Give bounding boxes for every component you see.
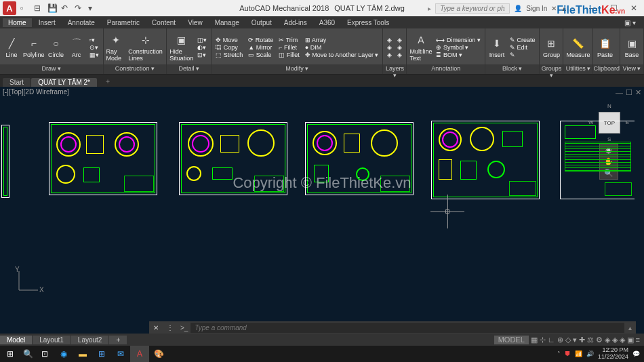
status-ortho-icon[interactable]: ∟ — [548, 336, 555, 344]
panel-block-label[interactable]: Block ▾ — [485, 64, 540, 74]
block-create[interactable]: ✎ Create — [508, 37, 537, 43]
tab-addins[interactable]: Add-ins — [279, 18, 313, 27]
vp-max-icon[interactable]: ☐ — [626, 88, 632, 97]
taskbar-store-icon[interactable]: ⊞ — [92, 346, 111, 362]
layer-icon1[interactable]: ◈ — [386, 37, 393, 43]
status-grid-icon[interactable]: ▦ — [531, 336, 538, 344]
status-extra3[interactable]: ◈ — [620, 336, 625, 344]
tray-notifications-icon[interactable]: 💬 — [632, 350, 640, 357]
tab-annotate[interactable]: Annotate — [62, 18, 100, 27]
block-edit[interactable]: ✎ Edit — [508, 44, 537, 51]
status-anno-icon[interactable]: ✚ — [579, 336, 585, 344]
circle-tool[interactable]: ○Circle — [47, 36, 65, 58]
insert-tool[interactable]: ⬇Insert — [488, 36, 506, 58]
cmdline-handle-icon[interactable]: ⋮ — [163, 324, 178, 331]
line-tool[interactable]: ╱Line — [3, 36, 20, 58]
tab-content[interactable]: Content — [146, 18, 181, 27]
drawing-canvas[interactable]: [-][Top][2D Wireframe] — ☐ ✕ N S E W TOP… — [0, 87, 644, 334]
draw-extra3[interactable]: ▦▾ — [88, 52, 100, 58]
mirror-tool[interactable]: ▲ Mirror — [247, 44, 275, 51]
layer-icon2[interactable]: ◈ — [386, 44, 393, 51]
tab-home[interactable]: Home — [3, 18, 32, 27]
tab-parametric[interactable]: Parametric — [102, 18, 145, 27]
scale-tool[interactable]: ▭ Scale — [247, 52, 275, 58]
qat-new-icon[interactable]: ▫ — [20, 3, 30, 13]
tray-clock[interactable]: 12:20 PM 11/22/2024 — [598, 347, 628, 361]
tab-insert[interactable]: Insert — [33, 18, 61, 27]
new-tab-button[interactable]: ＋ — [98, 76, 118, 87]
panel-view-label[interactable]: View ▾ — [620, 64, 643, 74]
cmdline-expand-icon[interactable]: ▴ — [624, 324, 636, 331]
signin-label[interactable]: Sign In — [526, 5, 547, 12]
layer-icon5[interactable]: ◈ — [396, 44, 403, 51]
status-osnap-icon[interactable]: ◇ — [565, 336, 571, 344]
detail-extra3[interactable]: ⊡▾ — [196, 52, 208, 58]
block-extra[interactable]: ✎ — [508, 52, 537, 58]
qat-redo-icon[interactable]: ↷ — [75, 3, 84, 13]
layout2-tab[interactable]: Layout2 — [71, 336, 109, 344]
detail-extra2[interactable]: ◐▾ — [196, 44, 208, 51]
qat-undo-icon[interactable]: ↶ — [61, 3, 71, 13]
draw-extra2[interactable]: ⊙▾ — [88, 44, 100, 51]
bom-tool[interactable]: ≣ BOM ▾ — [435, 52, 482, 58]
layout1-tab[interactable]: Layout1 — [33, 336, 71, 344]
taskbar-taskview-icon[interactable]: ⊡ — [35, 346, 54, 362]
command-input[interactable] — [190, 323, 624, 333]
base-tool[interactable]: ▣Base — [623, 36, 641, 58]
tab-output[interactable]: Output — [246, 18, 277, 27]
detail-extra1[interactable]: ◫▾ — [196, 37, 208, 43]
layer-icon3[interactable]: ◈ — [386, 52, 393, 58]
status-extra1[interactable]: ◈ — [605, 336, 610, 344]
array-tool[interactable]: ⊞ Array — [304, 37, 380, 43]
tray-up-icon[interactable]: ˄ — [557, 350, 561, 357]
fillet-tool[interactable]: ⌐ Fillet — [277, 44, 301, 51]
panel-detail-label[interactable]: Detail ▾ — [167, 64, 211, 74]
move-tool[interactable]: ✥ Move — [214, 37, 244, 43]
hide-situation-tool[interactable]: ▣Hide Situation — [169, 33, 193, 62]
taskbar-edge-icon[interactable]: ◉ — [54, 346, 73, 362]
copy-tool[interactable]: ⿻ Copy — [214, 44, 244, 51]
file-tab[interactable]: QUAT LY TÂM 2* — [31, 78, 97, 87]
tray-wifi-icon[interactable]: 📶 — [575, 350, 582, 357]
measure-tool[interactable]: 📏Measure — [566, 36, 590, 58]
panel-utilities-label[interactable]: Utilities ▾ — [563, 64, 592, 74]
ray-mode-tool[interactable]: ✦Ray Mode — [106, 33, 126, 62]
tab-manage[interactable]: Manage — [209, 18, 245, 27]
paste-tool[interactable]: 📋Paste — [596, 36, 613, 58]
qat-save-icon[interactable]: 💾 — [47, 3, 57, 13]
tray-volume-icon[interactable]: 🔊 — [586, 350, 594, 357]
panel-draw-label[interactable]: Draw ▾ — [0, 64, 103, 74]
tab-a360[interactable]: A360 — [314, 18, 340, 27]
close-button[interactable]: ✕ — [624, 0, 644, 16]
tray-shield-icon[interactable]: ⛊ — [565, 350, 571, 357]
status-gear-icon[interactable]: ⚙ — [596, 336, 603, 344]
tab-view[interactable]: View — [182, 18, 208, 27]
taskbar-paint-icon[interactable]: 🎨 — [149, 346, 168, 362]
tab-collapse-icon[interactable]: ▣ ▾ — [619, 18, 641, 27]
cmdline-close-icon[interactable]: ✕ — [149, 324, 163, 331]
group-tool[interactable]: ⊞Group — [542, 36, 560, 58]
polyline-tool[interactable]: ⌐Polyline — [23, 36, 45, 58]
model-tab[interactable]: Model — [0, 336, 32, 344]
status-polar-icon[interactable]: ⊛ — [557, 336, 563, 344]
taskbar-explorer-icon[interactable]: ▬ — [73, 346, 92, 362]
status-extra2[interactable]: ◈ — [612, 336, 618, 344]
taskbar-search-icon[interactable]: 🔍 — [20, 349, 35, 359]
status-custom-icon[interactable]: ≡ — [636, 336, 640, 344]
layer-icon6[interactable]: ◈ — [396, 52, 403, 58]
panel-layers-label[interactable]: Layers ▾ — [383, 64, 406, 74]
symbol-tool[interactable]: ⊕ Symbol ▾ — [435, 44, 482, 51]
vp-close-icon[interactable]: ✕ — [635, 88, 641, 97]
draw-extra1[interactable]: ▫▾ — [88, 37, 100, 43]
stretch-tool[interactable]: ⬚ Stretch — [214, 52, 244, 58]
layer-icon4[interactable]: ◈ — [396, 37, 403, 43]
mtext-tool[interactable]: AMultiline Text — [409, 33, 432, 62]
app-logo[interactable]: A — [3, 1, 16, 15]
qat-open-icon[interactable]: ⊟ — [34, 3, 43, 13]
qat-more-icon[interactable]: ▾ — [88, 3, 98, 13]
start-button[interactable]: ⊞ — [0, 349, 20, 359]
dimension-tool[interactable]: ⟷ Dimension ▾ — [435, 37, 482, 43]
exchange-icon[interactable]: ✕ — [551, 5, 557, 12]
construction-lines-tool[interactable]: ⊹Construction Lines — [128, 33, 163, 62]
status-scale-icon[interactable]: ⚖ — [587, 336, 594, 344]
